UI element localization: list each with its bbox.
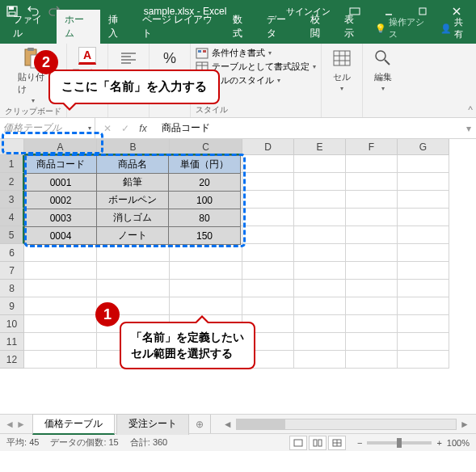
scroll-left-icon[interactable]: ◄ xyxy=(220,419,236,430)
table-cell[interactable]: 0003 xyxy=(25,209,97,227)
cell[interactable] xyxy=(398,226,449,244)
row-header[interactable]: 10 xyxy=(0,315,24,333)
cells-button[interactable]: セル ▾ xyxy=(326,47,357,92)
zoom-value[interactable]: 100% xyxy=(447,438,470,448)
cell[interactable] xyxy=(24,297,97,315)
cell[interactable] xyxy=(398,173,449,191)
formula-input[interactable]: 商品コード xyxy=(155,121,461,135)
cell[interactable] xyxy=(242,226,294,244)
sheet-tab[interactable]: 価格テーブル xyxy=(32,414,115,435)
column-header[interactable]: C xyxy=(170,139,242,155)
row-header[interactable]: 3 xyxy=(0,191,24,209)
cell[interactable] xyxy=(170,262,242,280)
cell[interactable] xyxy=(398,191,449,209)
column-header[interactable]: F xyxy=(346,139,398,155)
cell[interactable] xyxy=(398,351,449,369)
row-header[interactable]: 7 xyxy=(0,262,24,280)
cell[interactable] xyxy=(170,280,242,297)
cell[interactable] xyxy=(294,244,346,262)
cell[interactable] xyxy=(294,155,346,173)
conditional-formatting-button[interactable]: 条件付き書式 ▾ xyxy=(196,47,316,59)
table-cell[interactable]: 0001 xyxy=(25,174,97,192)
cell[interactable] xyxy=(242,244,294,262)
cell[interactable] xyxy=(346,315,398,333)
cell[interactable] xyxy=(97,244,170,262)
select-all-corner[interactable] xyxy=(0,139,24,155)
ribbon-tab-ホーム[interactable]: ホーム xyxy=(57,10,99,44)
cell[interactable] xyxy=(346,280,398,297)
table-cell[interactable]: ノート xyxy=(97,227,169,245)
ribbon-tab-ファイル[interactable]: ファイル xyxy=(5,10,57,44)
row-header[interactable]: 4 xyxy=(0,209,24,226)
name-box[interactable]: ▾ xyxy=(0,118,95,138)
cell[interactable] xyxy=(294,351,346,369)
column-header[interactable]: B xyxy=(97,139,170,155)
column-header[interactable]: G xyxy=(398,139,449,155)
chevron-down-icon[interactable]: ▾ xyxy=(88,124,91,132)
cell[interactable] xyxy=(24,333,97,351)
collapse-ribbon-icon[interactable]: ^ xyxy=(468,104,473,116)
sheet-prev-icon[interactable]: ◄ xyxy=(5,419,15,430)
cell[interactable] xyxy=(242,209,294,226)
cells-grid[interactable]: 商品コード商品名単価（円）0001鉛筆200002ボールペン1000003消しゴ… xyxy=(24,155,476,414)
enter-icon[interactable]: ✓ xyxy=(118,123,133,134)
zoom-out-icon[interactable]: − xyxy=(357,438,362,448)
row-header[interactable]: 11 xyxy=(0,333,24,351)
cell[interactable] xyxy=(294,280,346,297)
cell[interactable] xyxy=(346,173,398,191)
cell[interactable] xyxy=(97,280,170,297)
row-header[interactable]: 12 xyxy=(0,351,24,369)
cell[interactable] xyxy=(24,262,97,280)
cell[interactable] xyxy=(294,191,346,209)
table-header[interactable]: 商品コード xyxy=(25,156,97,174)
cell[interactable] xyxy=(24,315,97,333)
table-cell[interactable]: 0002 xyxy=(25,192,97,209)
cell[interactable] xyxy=(242,262,294,280)
table-cell[interactable]: 鉛筆 xyxy=(97,174,169,192)
cell[interactable] xyxy=(346,351,398,369)
name-box-input[interactable] xyxy=(3,123,88,134)
tell-me[interactable]: 💡操作アシス xyxy=(370,13,434,44)
cell[interactable] xyxy=(242,173,294,191)
sheet-tab[interactable]: 受注シート xyxy=(116,414,189,435)
ribbon-tab-挿入[interactable]: 挿入 xyxy=(100,10,134,44)
row-header[interactable]: 2 xyxy=(0,173,24,191)
cell[interactable] xyxy=(398,262,449,280)
table-header[interactable]: 単価（円） xyxy=(169,156,241,174)
cell[interactable] xyxy=(242,155,294,173)
ribbon-tab-ページ レイアウト[interactable]: ページ レイアウト xyxy=(134,10,225,44)
cell[interactable] xyxy=(346,333,398,351)
cell[interactable] xyxy=(170,244,242,262)
table-cell[interactable]: 20 xyxy=(169,174,241,192)
row-header[interactable]: 1 xyxy=(0,155,24,173)
table-header[interactable]: 商品名 xyxy=(97,156,169,174)
cell[interactable] xyxy=(346,226,398,244)
cell[interactable] xyxy=(294,262,346,280)
cell[interactable] xyxy=(242,280,294,297)
cell[interactable] xyxy=(24,280,97,297)
cancel-icon[interactable]: ✕ xyxy=(100,123,115,134)
sheet-next-icon[interactable]: ► xyxy=(16,419,26,430)
cell[interactable] xyxy=(398,333,449,351)
cell[interactable] xyxy=(398,315,449,333)
cell[interactable] xyxy=(346,262,398,280)
table-cell[interactable]: 100 xyxy=(169,192,241,209)
add-sheet-icon[interactable]: ⊕ xyxy=(189,419,210,430)
share-button[interactable]: 👤共有 xyxy=(434,13,476,44)
cell[interactable] xyxy=(294,226,346,244)
table-cell[interactable]: 0004 xyxy=(25,227,97,245)
row-header[interactable]: 6 xyxy=(0,244,24,262)
row-header[interactable]: 5 xyxy=(0,226,24,244)
table-cell[interactable]: 150 xyxy=(169,227,241,245)
cell[interactable] xyxy=(242,191,294,209)
cell[interactable] xyxy=(294,209,346,226)
zoom-slider[interactable] xyxy=(367,441,432,445)
cell[interactable] xyxy=(398,297,449,315)
row-header[interactable]: 9 xyxy=(0,297,24,315)
column-header[interactable]: E xyxy=(294,139,346,155)
scroll-right-icon[interactable]: ► xyxy=(457,419,473,430)
editing-button[interactable]: 編集 ▾ xyxy=(368,47,398,92)
table-cell[interactable]: ボールペン xyxy=(97,192,169,209)
expand-formula-icon[interactable]: ▾ xyxy=(461,123,476,134)
scroll-thumb[interactable] xyxy=(237,419,285,429)
